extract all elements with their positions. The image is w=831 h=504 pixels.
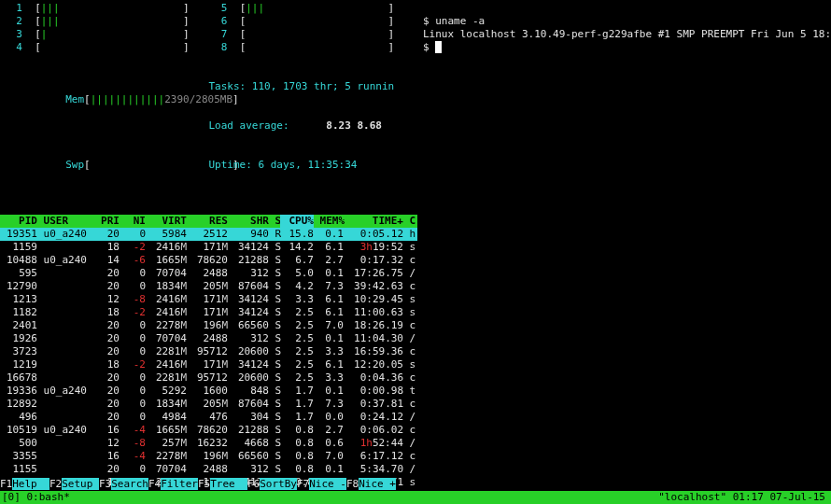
fnkey-f1[interactable]: F1 bbox=[0, 478, 12, 490]
col-header-time+[interactable]: TIME+ bbox=[344, 215, 403, 228]
fnkey-f8[interactable]: F8 bbox=[346, 478, 359, 490]
cursor bbox=[435, 41, 442, 53]
col-header-shr[interactable]: SHR bbox=[228, 215, 269, 228]
process-row[interactable]: 1219 18-22416M171M34124 S2.56.112:20.05 … bbox=[0, 358, 417, 371]
col-header-s[interactable]: S bbox=[269, 215, 280, 228]
cpu-meter-3: 3 [| ] bbox=[4, 28, 209, 41]
fnlabel-help[interactable]: Help bbox=[12, 478, 49, 490]
process-row[interactable]: 19336 u0_a24020052921600848 S1.70.10:00.… bbox=[0, 385, 417, 398]
cpu-meter-4: 4 [ ] bbox=[4, 41, 209, 54]
process-row[interactable]: 500 12-8257M162324668 S0.80.61h52:44 / bbox=[0, 437, 417, 450]
fnlabel-setup[interactable]: Setup bbox=[62, 478, 99, 490]
process-row[interactable]: 3723 2002281M9571220600 S2.53.316:59.36 … bbox=[0, 345, 417, 358]
summary-stats: Tasks: 110, 1703 thr; 5 runnin Load aver… bbox=[209, 54, 415, 211]
tmux-status-bar[interactable]: [0] 0:bash* "localhost" 01:17 07-Jul-15 bbox=[0, 491, 831, 504]
process-row[interactable]: 595 200707042488312 S5.00.117:26.75 / bbox=[0, 267, 417, 280]
fnkey-f6[interactable]: F6 bbox=[247, 478, 260, 490]
col-header-pri[interactable]: PRI bbox=[93, 215, 120, 228]
mem-swap-summary: Mem[||||||||||||2390/2805MB] Swp[ ] Task… bbox=[0, 54, 417, 211]
fnkey-f5[interactable]: F5 bbox=[198, 478, 210, 490]
fnlabel-sortby[interactable]: SortBy bbox=[260, 478, 297, 490]
process-row[interactable]: 12892 2001834M205M87604 S1.77.30:37.81 c bbox=[0, 398, 417, 411]
col-header-virt[interactable]: VIRT bbox=[146, 215, 187, 228]
fnlabel-tree[interactable]: Tree bbox=[210, 478, 247, 490]
process-row[interactable]: 496 2004984476304 S1.70.00:24.12 / bbox=[0, 411, 417, 424]
fnlabel-filter[interactable]: Filter bbox=[161, 478, 198, 490]
mem-meter: Mem[||||||||||||2390/2805MB] bbox=[4, 80, 209, 119]
fnkey-f3[interactable]: F3 bbox=[99, 478, 111, 490]
table-header[interactable]: PID USER PRI NI VIRT RES SHR S CPU% MEM%… bbox=[0, 215, 417, 228]
cpu-meter-8: 8 [ ] bbox=[209, 41, 415, 54]
process-row[interactable]: 3355 16-42278M196M66560 S0.87.06:17.12 c bbox=[0, 450, 417, 463]
col-header-cpu%[interactable]: CPU% bbox=[280, 215, 314, 228]
process-row[interactable]: 12790 2001834M205M87604 S4.27.339:42.63 … bbox=[0, 280, 417, 293]
col-header-user[interactable]: USER bbox=[37, 215, 93, 228]
process-row[interactable]: 2401 2002278M196M66560 S2.57.018:26.19 c bbox=[0, 319, 417, 332]
process-row[interactable]: 10488 u0_a24014-61665M7862021288 S6.72.7… bbox=[0, 254, 417, 267]
cpu-meter-5: 5 [||| ] bbox=[209, 2, 415, 15]
fnlabel-nice -[interactable]: Nice - bbox=[309, 478, 346, 490]
fnlabel-search[interactable]: Search bbox=[111, 478, 148, 490]
fnkey-f2[interactable]: F2 bbox=[49, 478, 62, 490]
cpu-meters: 1 [||| ] 2 [||| ] 3 [| ] 4 [ ] 5 [||| ] … bbox=[0, 0, 417, 54]
process-row[interactable]: 1159 18-22416M171M34124 S14.26.13h19:52 … bbox=[0, 241, 417, 254]
col-header-c[interactable]: C bbox=[403, 215, 415, 228]
process-row[interactable]: 19351 u0_a24020059842512940 R15.80.10:05… bbox=[0, 228, 417, 241]
col-header-res[interactable]: RES bbox=[187, 215, 228, 228]
cpu-meter-7: 7 [ ] bbox=[209, 28, 415, 41]
process-row[interactable]: 1213 12-82416M171M34124 S3.36.110:29.45 … bbox=[0, 293, 417, 306]
fnkey-f4[interactable]: F4 bbox=[148, 478, 161, 490]
status-right: "localhost" 01:17 07-Jul-15 bbox=[658, 491, 831, 504]
terminal-screen[interactable]: 1 [||| ] 2 [||| ] 3 [| ] 4 [ ] 5 [||| ] … bbox=[0, 0, 831, 504]
swap-meter: Swp[ ] bbox=[4, 146, 209, 185]
col-header-pid[interactable]: PID bbox=[0, 215, 37, 228]
shell-pane[interactable]: $ uname -a Linux localhost 3.10.49-perf-… bbox=[417, 0, 831, 504]
process-row[interactable]: 1926 200707042488312 S2.50.111:04.30 / bbox=[0, 332, 417, 345]
process-row[interactable]: 1155 200707042488312 S0.80.15:34.70 / bbox=[0, 463, 417, 476]
cpu-meter-6: 6 [ ] bbox=[209, 15, 415, 28]
process-row[interactable]: 10519 u0_a24016-41665M7862021288 S0.82.7… bbox=[0, 424, 417, 437]
cpu-meter-1: 1 [||| ] bbox=[4, 2, 209, 15]
fnkey-f7[interactable]: F7 bbox=[297, 478, 309, 490]
col-header-ni[interactable]: NI bbox=[120, 215, 146, 228]
col-header-mem%[interactable]: MEM% bbox=[314, 215, 344, 228]
fnlabel-nice +[interactable]: Nice + bbox=[359, 478, 396, 490]
status-left: [0] 0:bash* bbox=[0, 491, 70, 504]
htop-pane[interactable]: 1 [||| ] 2 [||| ] 3 [| ] 4 [ ] 5 [||| ] … bbox=[0, 0, 417, 504]
process-row[interactable]: 1182 18-22416M171M34124 S2.56.111:00.63 … bbox=[0, 306, 417, 319]
cpu-meter-2: 2 [||| ] bbox=[4, 15, 209, 28]
process-row[interactable]: 16678 2002281M9571220600 S2.53.30:04.36 … bbox=[0, 371, 417, 385]
process-table[interactable]: PID USER PRI NI VIRT RES SHR S CPU% MEM%… bbox=[0, 215, 417, 504]
function-keys[interactable]: F1Help F2Setup F3SearchF4FilterF5Tree F6… bbox=[0, 478, 417, 491]
